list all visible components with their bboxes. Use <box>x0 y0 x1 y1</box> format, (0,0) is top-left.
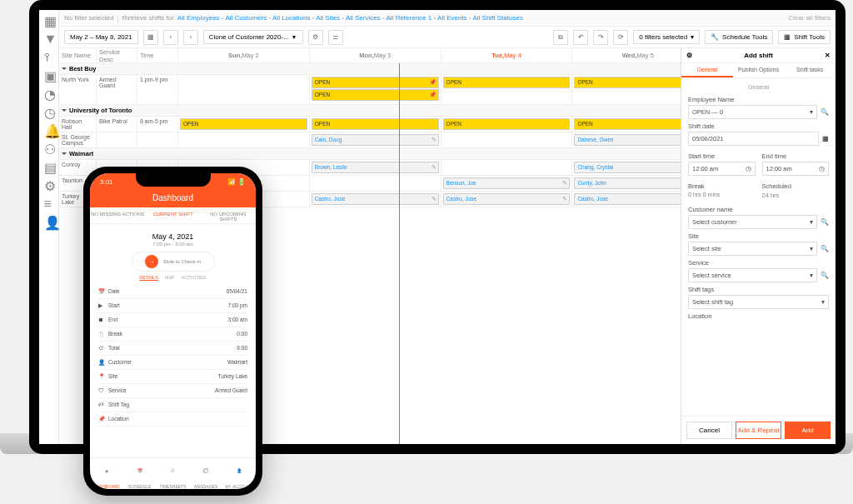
search-icon[interactable]: 🔍 <box>821 272 829 279</box>
grid-icon[interactable]: ▦ <box>44 13 54 23</box>
add-repeat-button[interactable]: Add & Repeat <box>736 422 781 439</box>
employee-select[interactable]: OPEN — 0▾ <box>688 105 817 119</box>
shift-cell[interactable]: Castro, Jose✎ <box>310 192 441 207</box>
customer-select[interactable]: Select customer▾ <box>688 215 817 229</box>
shift-cell[interactable]: Brown, Leslie✎ <box>310 160 441 175</box>
date-range-picker[interactable]: May 2 – May 8, 2021 <box>64 30 138 44</box>
filter-link[interactable]: All Employees <box>177 14 220 22</box>
gear-icon[interactable]: ⚙ <box>44 178 54 188</box>
day-column: Mon, May 3 <box>310 48 441 62</box>
next-icon[interactable]: › <box>183 30 198 45</box>
building-icon[interactable]: ▤ <box>44 160 54 170</box>
search-icon[interactable]: 🔍 <box>821 108 829 116</box>
nav-timesheets[interactable]: ⏱TIMESHEETS <box>157 458 190 489</box>
filter-link[interactable]: All Events <box>437 14 467 22</box>
shift-cell[interactable]: OPEN <box>310 117 441 132</box>
shift-block[interactable]: OPEN📌 <box>312 89 439 101</box>
tab-missing[interactable]: NO MISSING ACTIONS <box>90 207 145 223</box>
shift-cell[interactable]: Cain, Doug✎ <box>310 132 441 147</box>
view-select[interactable]: Clone of Customer 2020-...▾ <box>203 30 303 44</box>
shift-date-input[interactable]: 05/06/2021 <box>688 132 819 146</box>
shift-cell[interactable]: OPEN <box>441 117 573 132</box>
filter-link[interactable]: All Locations <box>272 14 310 22</box>
shift-block[interactable]: OPEN <box>443 77 571 88</box>
chart-icon[interactable]: ⫯ <box>44 50 54 60</box>
shift-cell[interactable] <box>441 160 573 175</box>
shift-block[interactable]: Castro, Jose✎ <box>312 193 439 205</box>
tab-current[interactable]: CURRENT SHIFT <box>145 207 200 223</box>
col-service: Service Desc <box>97 48 137 62</box>
shift-cell[interactable]: Benson, Joe✎ <box>441 176 573 191</box>
checkin-slider[interactable]: →Slide to Check-in <box>132 252 215 272</box>
shift-block[interactable]: Benson, Joe✎ <box>443 177 571 189</box>
people-icon[interactable]: ⚇ <box>44 142 54 152</box>
filter-link[interactable]: All Shift Statuses <box>472 14 522 22</box>
mobile-device: 3:01📶 🔋 Dashboard NO MISSING ACTIONS CUR… <box>83 167 262 496</box>
filter-icon[interactable]: ▼ <box>44 32 54 42</box>
tab-upcoming[interactable]: NO UPCOMING SHIFTS <box>201 207 256 223</box>
shift-block[interactable]: Cain, Doug✎ <box>312 134 439 146</box>
calendar-icon[interactable]: ▦ <box>143 30 158 45</box>
shift-block[interactable]: OPEN <box>312 118 439 130</box>
shift-block[interactable]: OPEN📌 <box>312 77 439 88</box>
undo-icon[interactable]: ↶ <box>573 30 588 45</box>
filter-link[interactable]: All Customers <box>225 14 267 22</box>
end-time-input[interactable]: 12:00 am◷ <box>762 162 830 176</box>
tags-select[interactable]: Select shift tag▾ <box>688 295 829 309</box>
shift-block[interactable]: OPEN <box>180 118 307 130</box>
subtab-map[interactable]: MAP <box>165 275 175 280</box>
cancel-button[interactable]: Cancel <box>686 422 732 439</box>
shift-cell[interactable] <box>178 132 310 147</box>
nav-schedule[interactable]: 📅SCHEDULE <box>123 458 157 489</box>
shift-cell[interactable] <box>310 176 441 191</box>
shift-cell[interactable] <box>178 75 310 104</box>
day-column: Sun, May 2 <box>178 48 310 62</box>
copy-icon[interactable]: ⧉ <box>553 30 568 45</box>
close-icon[interactable]: ✕ <box>825 52 831 59</box>
nav-dashboard[interactable]: ◉DASHBOARD <box>90 458 123 489</box>
bell-icon[interactable]: 🔔 <box>44 123 54 133</box>
gear-icon[interactable]: ⚙ <box>308 30 323 45</box>
service-select[interactable]: Select service▾ <box>688 268 817 282</box>
redo-icon[interactable]: ↷ <box>593 30 608 45</box>
clock-icon[interactable]: ◷ <box>44 105 54 115</box>
nav-my account[interactable]: 👤MY ACCOUNT <box>222 458 256 489</box>
tab-general[interactable]: General <box>681 63 733 77</box>
start-time-input[interactable]: 12:00 am◷ <box>688 162 756 176</box>
list-icon[interactable]: ≡ <box>44 197 54 207</box>
site-select[interactable]: Select site▾ <box>688 242 817 256</box>
search-icon[interactable]: 🔍 <box>821 245 829 252</box>
shift-cell[interactable]: OPEN <box>441 75 573 104</box>
refresh-icon[interactable]: ⟳ <box>613 30 628 45</box>
shift-block[interactable]: OPEN <box>443 118 571 130</box>
clear-filters[interactable]: Clear all filters <box>788 14 831 22</box>
pie-icon[interactable]: ◔ <box>44 87 54 97</box>
filter-link[interactable]: All Reference 1 <box>387 14 432 22</box>
sliders-icon[interactable]: ⚌ <box>328 30 343 45</box>
clipboard-icon[interactable]: ▣ <box>44 68 54 78</box>
shift-cell[interactable]: OPEN <box>178 117 310 132</box>
shift-tools[interactable]: ▦ Shift Tools <box>778 30 831 44</box>
shift-cell[interactable]: Castro, Jose✎ <box>441 192 573 207</box>
user-icon[interactable]: 👤 <box>44 215 54 225</box>
subtab-details[interactable]: DETAILS <box>139 275 158 280</box>
gear-icon[interactable]: ⚙ <box>686 52 692 59</box>
filter-link[interactable]: All Services <box>346 14 381 22</box>
shift-cell[interactable]: OPEN📌OPEN📌 <box>310 75 441 104</box>
tab-tasks[interactable]: Shift tasks <box>784 63 836 77</box>
filters-selected[interactable]: 0 filters selected▾ <box>633 30 700 44</box>
shift-block[interactable]: Brown, Leslie✎ <box>312 162 439 173</box>
prev-icon[interactable]: ‹ <box>163 30 178 45</box>
schedule-tools[interactable]: 🔧 Schedule Tools <box>705 30 773 44</box>
panel-title: Add shift <box>744 52 773 59</box>
shift-cell[interactable] <box>441 132 573 147</box>
add-button[interactable]: Add <box>785 422 831 439</box>
detail-row: ⏹End3:00 am <box>98 313 247 327</box>
calendar-icon[interactable]: ▦ <box>822 135 829 142</box>
nav-messages[interactable]: 💬MESSAGES <box>189 458 222 489</box>
search-icon[interactable]: 🔍 <box>821 218 829 226</box>
filter-link[interactable]: All Sites <box>316 14 340 22</box>
shift-block[interactable]: Castro, Jose✎ <box>443 193 571 205</box>
subtab-activities[interactable]: ACTIVITIES <box>182 275 207 280</box>
tab-publish[interactable]: Publish Options <box>733 63 785 77</box>
